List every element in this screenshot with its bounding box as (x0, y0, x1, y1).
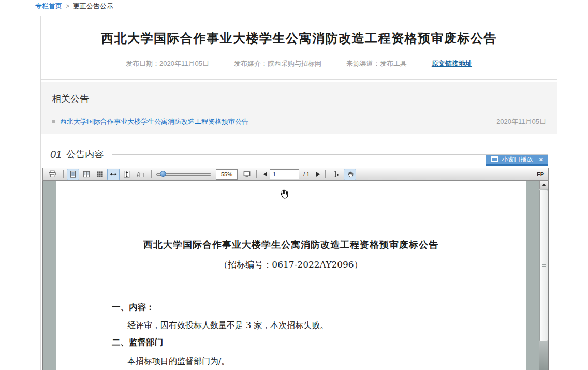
pdf-viewer: 55% / 1 FP 西北大学国际合作事业大楼学生公寓消防改造工程资格预审废标公… (42, 168, 549, 370)
previous-page-button[interactable] (263, 172, 267, 177)
toolbar-separator (62, 170, 64, 179)
text-select-icon (332, 170, 341, 179)
close-icon[interactable]: × (539, 156, 543, 163)
source-channel: 来源渠道：发布工具 (346, 59, 407, 68)
zoom-slider-knob[interactable] (160, 171, 166, 177)
article-meta: 发布日期：2020年11月05日 发布媒介：陕西采购与招标网 来源渠道：发布工具… (41, 59, 557, 68)
single-page-view-button[interactable] (67, 169, 79, 180)
fp-brand-label: FP (537, 171, 546, 177)
grid-view-icon (96, 170, 104, 179)
pdf-toolbar: 55% / 1 FP (42, 168, 549, 181)
rotate-icon (136, 170, 144, 179)
select-text-button[interactable] (330, 169, 343, 180)
pdf-doc-bid-number: （招标编号：0617-2022AY2096） (56, 259, 526, 271)
fit-height-button[interactable] (121, 169, 133, 180)
scrollbar-track[interactable] (539, 341, 548, 370)
small-window-play-label: 小窗口播放 (502, 155, 533, 164)
pdf-doc-section-body: 本招标项目的监督部门为/。 (127, 356, 229, 367)
monitor-icon (243, 170, 251, 179)
pdf-doc-section-heading: 二、监督部门 (112, 337, 163, 348)
section-heading: 公告内容 (66, 148, 104, 160)
original-link[interactable]: 原文链接地址 (432, 59, 472, 68)
fit-width-button[interactable] (107, 169, 120, 180)
toolbar-separator (256, 170, 258, 179)
single-page-icon (69, 170, 77, 179)
zoom-level-box[interactable]: 55% (216, 169, 238, 180)
scroll-up-button[interactable] (539, 181, 548, 189)
print-icon (48, 170, 56, 179)
zoom-slider[interactable] (156, 170, 211, 179)
content-section-header: 01 公告内容 (50, 148, 548, 160)
breadcrumb-home-link[interactable]: 专栏首页 (35, 2, 62, 10)
breadcrumb: 专栏首页>更正公告公示 (35, 2, 113, 11)
hand-tool-icon (346, 170, 354, 178)
page-total-label: / 1 (303, 171, 310, 177)
pdf-doc-title: 西北大学国际合作事业大楼学生公寓消防改造工程资格预审废标公告 (56, 239, 526, 251)
scrollbar-grip-icon (542, 263, 546, 269)
breadcrumb-current: 更正公告公示 (73, 2, 113, 10)
print-button[interactable] (46, 169, 58, 180)
related-announcement-date: 2020年11月05日 (496, 117, 546, 126)
related-list-item: 西北大学国际合作事业大楼学生公寓消防改造工程资格预审公告 2020年11月05日 (52, 117, 546, 126)
pdf-doc-section-body: 经评审，因有效投标人数量不足 3 家，本次招标失败。 (127, 320, 328, 331)
square-bullet-icon (52, 120, 55, 123)
small-window-play-button[interactable]: 小窗口播放 × (486, 155, 548, 166)
article-header: 西北大学国际合作事业大楼学生公寓消防改造工程资格预审废标公告 发布日期：2020… (41, 16, 557, 80)
toolbar-separator (150, 170, 152, 179)
toolbar-separator (325, 170, 327, 179)
pdf-scrollbar[interactable] (539, 181, 548, 370)
fit-width-icon (109, 170, 117, 179)
publish-medium: 发布媒介：陕西采购与招标网 (234, 59, 321, 68)
publish-date: 发布日期：2020年11月05日 (126, 59, 209, 68)
related-announcements-section: 相关公告 西北大学国际合作事业大楼学生公寓消防改造工程资格预审公告 2020年1… (41, 82, 557, 134)
pdf-doc-section-heading: 一、内容： (112, 302, 155, 313)
page-number-input[interactable] (270, 169, 299, 179)
rotate-page-button[interactable] (134, 169, 146, 180)
next-page-button[interactable] (316, 172, 320, 177)
hand-tool-button[interactable] (344, 169, 356, 180)
fit-height-icon (123, 170, 131, 179)
related-announcement-link[interactable]: 西北大学国际合作事业大楼学生公寓消防改造工程资格预审公告 (60, 117, 248, 126)
up-arrow-icon (542, 184, 546, 186)
announcement-container: 西北大学国际合作事业大楼学生公寓消防改造工程资格预审废标公告 发布日期：2020… (40, 16, 557, 370)
full-screen-button[interactable] (241, 169, 253, 180)
pdf-page: 西北大学国际合作事业大楼学生公寓消防改造工程资格预审废标公告 （招标编号：061… (56, 181, 526, 370)
section-divider-line (112, 154, 548, 155)
related-heading: 相关公告 (52, 82, 546, 105)
section-number: 01 (50, 149, 62, 160)
facing-pages-icon (82, 170, 91, 179)
facing-pages-view-button[interactable] (80, 169, 93, 180)
thumbnail-view-button[interactable] (94, 169, 106, 180)
page-title: 西北大学国际合作事业大楼学生公寓消防改造工程资格预审废标公告 (41, 16, 557, 47)
pdf-canvas[interactable]: 西北大学国际合作事业大楼学生公寓消防改造工程资格预审废标公告 （招标编号：061… (42, 181, 549, 370)
breadcrumb-separator: > (66, 3, 69, 10)
scrollbar-thumb[interactable] (539, 190, 548, 341)
window-icon (491, 156, 498, 162)
